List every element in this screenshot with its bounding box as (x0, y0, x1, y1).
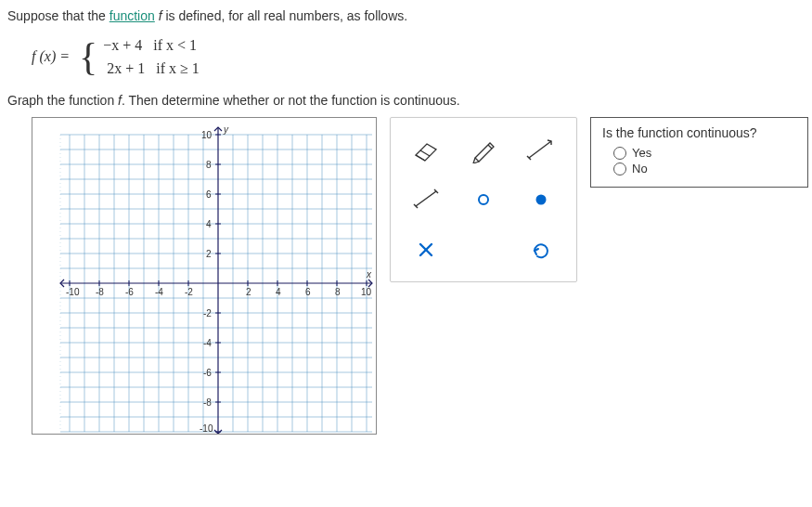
drawing-toolbox (390, 117, 577, 282)
svg-text:4: 4 (206, 219, 212, 229)
intro-post: is defined, for all real numbers, as fol… (162, 8, 408, 23)
option-no-label: No (632, 162, 648, 176)
intro-pre: Suppose that the (7, 8, 110, 23)
answer-panel: Is the function continuous? Yes No (590, 117, 808, 188)
closed-point-tool[interactable] (515, 177, 567, 222)
case-2: 2x + 1 if x ≥ 1 (99, 57, 200, 81)
svg-text:-6: -6 (125, 287, 134, 297)
problem-intro: Suppose that the function f is defined, … (7, 7, 805, 26)
instruction-pre: Graph the function (7, 93, 118, 108)
svg-point-91 (536, 195, 547, 205)
svg-line-87 (416, 191, 436, 206)
y-axis-label: y (223, 124, 229, 135)
function-link[interactable]: function (110, 8, 155, 23)
piecewise-brace: { (79, 37, 97, 76)
x-axis-label: x (366, 269, 372, 280)
svg-text:4: 4 (276, 287, 281, 297)
graph-svg: -10-8 -6-4 -22 46 810 108 64 2-2 -4-6 -8… (32, 118, 376, 434)
segment-tool[interactable] (400, 177, 452, 222)
eraser-tool[interactable] (400, 127, 452, 172)
graph-canvas[interactable]: -10-8 -6-4 -22 46 810 108 64 2-2 -4-6 -8… (32, 117, 377, 435)
svg-text:-10: -10 (200, 423, 213, 434)
continuity-question: Is the function continuous? (602, 125, 796, 140)
radio-circle-icon (613, 162, 626, 176)
option-no[interactable]: No (613, 162, 796, 176)
svg-line-84 (488, 145, 492, 149)
function-definition: f (x) = { −x + 4 if x < 1 2x + 1 if x ≥ … (32, 33, 808, 81)
instruction-post: . Then determine whether or not the func… (122, 93, 460, 108)
svg-text:10: 10 (361, 287, 372, 297)
svg-text:-10: -10 (66, 287, 80, 297)
svg-text:-4: -4 (155, 287, 163, 297)
option-yes[interactable]: Yes (613, 146, 796, 160)
svg-text:6: 6 (305, 287, 311, 297)
svg-text:2: 2 (246, 287, 251, 297)
radio-circle-icon (613, 147, 626, 160)
clear-tool[interactable] (400, 228, 452, 272)
option-yes-label: Yes (632, 146, 651, 160)
ray-tool[interactable] (515, 127, 567, 172)
svg-text:-2: -2 (203, 308, 212, 318)
function-lhs: f (x) = (32, 48, 70, 65)
svg-line-85 (529, 141, 551, 158)
instruction: Graph the function f. Then determine whe… (7, 92, 805, 110)
svg-text:6: 6 (206, 189, 212, 200)
svg-text:-4: -4 (203, 338, 212, 348)
svg-line-83 (416, 155, 425, 161)
svg-text:-8: -8 (203, 397, 212, 408)
svg-text:-8: -8 (96, 287, 104, 297)
svg-text:2: 2 (206, 249, 212, 259)
svg-point-90 (479, 195, 488, 204)
svg-text:8: 8 (335, 287, 341, 297)
svg-text:8: 8 (206, 160, 212, 170)
case-1: −x + 4 if x < 1 (99, 33, 200, 58)
pencil-tool[interactable] (458, 127, 509, 172)
undo-tool[interactable] (515, 228, 567, 272)
svg-text:10: 10 (201, 130, 213, 140)
svg-text:-2: -2 (185, 287, 193, 297)
svg-text:-6: -6 (203, 368, 212, 378)
open-point-tool[interactable] (458, 177, 509, 222)
